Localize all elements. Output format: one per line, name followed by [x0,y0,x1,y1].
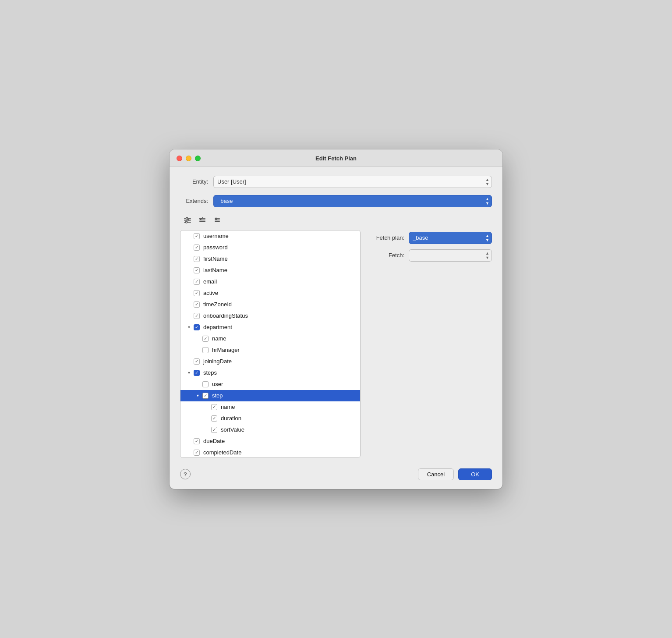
tree-item-step-name[interactable]: name [180,401,360,413]
tree-item-password[interactable]: password [180,242,360,253]
extends-select-wrapper: _base ▲ ▼ [213,195,492,207]
tree-item-steps[interactable]: steps [180,367,360,379]
toolbar [180,214,492,226]
checkbox-completedDate[interactable] [194,450,200,456]
fetch-select[interactable] [409,249,492,262]
label-lastName: lastName [203,267,227,273]
entity-label: Entity: [180,178,208,185]
fetch-plan-select[interactable]: _base [409,232,492,244]
tree-item-step-sortValue[interactable]: sortValue [180,424,360,436]
expand-steps-icon[interactable] [186,370,192,376]
traffic-lights [177,156,201,161]
tree-item-joiningDate[interactable]: joiningDate [180,356,360,367]
tree-item-hrManager[interactable]: hrManager [180,344,360,356]
tree-item-dueDate[interactable]: dueDate [180,436,360,447]
label-steps-user: user [212,381,223,387]
tree-item-department[interactable]: department [180,322,360,333]
footer: ? Cancel OK [180,467,492,480]
tree-item-username[interactable]: username [180,230,360,242]
checkbox-dept-name[interactable] [202,336,209,342]
tree-item-steps-step[interactable]: step [180,390,360,401]
checkbox-dueDate[interactable] [194,438,200,444]
tree-item-dept-name[interactable]: name [180,333,360,344]
label-step-name: name [221,404,235,410]
label-dept-name: name [212,335,226,342]
tree-item-steps-user[interactable]: user [180,379,360,390]
extends-label: Extends: [180,198,208,204]
entity-select-wrapper: User [User] ▲ ▼ [213,176,492,188]
extends-row: Extends: _base ▲ ▼ [180,195,492,207]
checkbox-step-sortValue[interactable] [211,427,217,433]
tree-item-completedDate[interactable]: completedDate [180,447,360,458]
help-button[interactable]: ? [180,469,191,479]
uncheck-all-icon [213,216,221,224]
label-hrManager: hrManager [212,347,240,353]
checkbox-step-name[interactable] [211,404,217,410]
checkbox-step-duration[interactable] [211,415,217,422]
maximize-button[interactable] [195,156,201,161]
checkbox-firstName[interactable] [194,256,200,262]
settings-button[interactable] [182,214,193,226]
tree-panel[interactable]: username password firstName [180,230,361,458]
tree-item-lastName[interactable]: lastName [180,265,360,276]
checkbox-hrManager[interactable] [202,347,209,353]
fetch-plan-select-wrapper: _base ▲ ▼ [409,232,492,244]
tree-item-onboardingStatus[interactable]: onboardingStatus [180,310,360,322]
fetch-label: Fetch: [369,252,404,259]
label-steps-step: step [212,392,223,399]
label-email: email [203,278,217,285]
expand-department-icon[interactable] [186,324,192,330]
checkbox-lastName[interactable] [194,267,200,273]
check-all-button[interactable] [197,214,208,226]
settings-icon [184,216,191,224]
cancel-button[interactable]: Cancel [418,468,454,480]
label-onboardingStatus: onboardingStatus [203,312,248,319]
checkbox-timeZoneId[interactable] [194,301,200,308]
checkbox-department[interactable] [194,324,200,330]
label-steps: steps [203,369,217,376]
content-area: Entity: User [User] ▲ ▼ Extends: _base ▲ [170,167,502,489]
checkbox-joiningDate[interactable] [194,358,200,365]
checkbox-steps-step[interactable] [202,393,209,399]
window-title: Edit Fetch Plan [315,155,357,162]
label-department: department [203,324,232,330]
checkbox-steps[interactable] [194,370,200,376]
entity-select[interactable]: User [User] [213,176,492,188]
tree-item-email[interactable]: email [180,276,360,287]
checkbox-username[interactable] [194,233,200,239]
title-bar: Edit Fetch Plan [170,149,502,167]
checkbox-email[interactable] [194,279,200,285]
extends-select[interactable]: _base [213,195,492,207]
close-button[interactable] [177,156,182,161]
svg-rect-11 [199,221,205,222]
checkbox-active[interactable] [194,290,200,296]
svg-point-2 [186,217,188,219]
svg-rect-14 [215,221,220,222]
checkbox-steps-user[interactable] [202,381,209,387]
tree-item-step-duration[interactable]: duration [180,413,360,424]
uncheck-all-button[interactable] [212,214,223,226]
right-panel: Fetch plan: _base ▲ ▼ Fetch: [369,230,492,458]
tree-item-active[interactable]: active [180,287,360,299]
svg-point-5 [187,219,189,221]
label-active: active [203,290,218,296]
label-timeZoneId: timeZoneId [203,301,232,308]
svg-rect-7 [187,222,191,223]
svg-rect-13 [215,220,220,220]
label-joiningDate: joiningDate [203,358,232,365]
fetch-plan-row: Fetch plan: _base ▲ ▼ [369,232,492,244]
ok-button[interactable]: OK [458,468,492,480]
main-window: Edit Fetch Plan Entity: User [User] ▲ ▼ … [170,149,502,489]
tree-item-timeZoneId[interactable]: timeZoneId [180,299,360,310]
label-dueDate: dueDate [203,438,225,444]
label-step-duration: duration [221,415,241,422]
checkbox-onboardingStatus[interactable] [194,313,200,319]
tree-item-firstName[interactable]: firstName [180,253,360,265]
expand-step-icon[interactable] [195,393,201,399]
help-icon: ? [184,471,187,478]
fetch-plan-label: Fetch plan: [369,234,404,241]
label-completedDate: completedDate [203,449,241,456]
minimize-button[interactable] [186,156,191,161]
checkbox-password[interactable] [194,245,200,251]
check-all-icon [198,216,206,224]
